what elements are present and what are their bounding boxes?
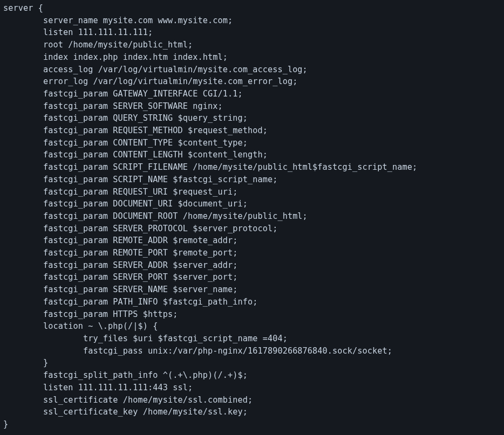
nginx-config-block: server { server_name mysite.com www.mysi… [0,0,504,433]
